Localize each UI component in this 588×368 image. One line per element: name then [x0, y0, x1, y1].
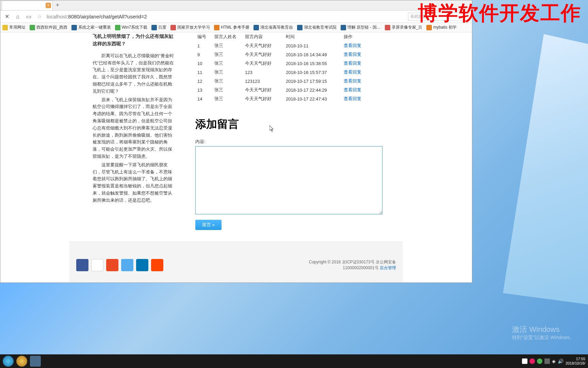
taskbar-app-icon[interactable] [30, 356, 41, 367]
address-bar: ✕ ⌂ ▭ ☆ localhost:8080/airplane/chat/get… [0, 11, 472, 23]
cell-name: 张三 [212, 41, 243, 50]
th-action: 操作 [342, 32, 386, 41]
cell-content: 今天天气好好 [243, 50, 284, 59]
bookmark-item[interactable]: 常用网址 [2, 25, 26, 30]
volume-icon[interactable]: 🔊 [558, 358, 564, 364]
bookmark-item[interactable]: 系统之家一键重装 [71, 25, 111, 30]
tray-icon[interactable] [544, 358, 550, 364]
site-icon [341, 25, 346, 30]
reddit-icon[interactable] [151, 259, 163, 271]
cell-content: 123 [243, 68, 284, 77]
tab-bar: × + [0, 0, 472, 11]
article-paragraph: 这里要提醒一下搭飞机的烟民朋友们，尽管飞机上有这么一手准备，不意味着您就可以跑到… [93, 162, 174, 204]
cell-content: 今天天气好好 [243, 86, 284, 94]
url-input[interactable]: localhost:8080/airplane/chat/getAll?user… [47, 14, 405, 19]
bookmark-item[interactable]: 西西软件园_西西 [30, 25, 67, 30]
browser-tab[interactable]: × [2, 1, 53, 10]
tray-icon[interactable] [537, 358, 542, 364]
tray-icon[interactable] [529, 358, 535, 364]
cell-time: 2018-10-17 17:59:15 [284, 77, 342, 86]
footer-text: Copyright © 2018 京ICP证030173号 京公网安备 1100… [309, 259, 396, 271]
site-icon [385, 25, 390, 30]
footer-num: 11000002000001号 [343, 265, 380, 270]
table-row: 1张三今天天气好好2018-10-11查看回复 [195, 41, 386, 50]
table-row: 12张三1231232018-10-17 17:59:15查看回复 [195, 77, 386, 86]
bookmark-item[interactable]: 理解 原型链 - 国… [341, 25, 381, 30]
system-tray: ◈ 🔊 17:55 2018/10/18/ [522, 357, 585, 366]
cell-id: 9 [195, 50, 212, 59]
cell-name: 张三 [212, 77, 243, 86]
cell-content: 今天天气好好 [243, 59, 284, 68]
bookmark-item[interactable]: 录屏录像专家_百 [385, 25, 423, 30]
view-reply-link[interactable]: 查看回复 [344, 61, 361, 66]
bookmark-item[interactable]: 湖北省高等教育自 [254, 25, 293, 30]
taskbar-app-icon[interactable] [3, 356, 14, 367]
th-name: 留言人姓名 [212, 32, 243, 41]
cell-id: 1 [195, 41, 212, 50]
table-row: 14张三今天天气好好2018-10-17 22:47:43查看回复 [195, 94, 386, 103]
clock-time: 17:55 [566, 357, 585, 361]
facebook-icon[interactable] [76, 259, 88, 271]
stumbleupon-icon[interactable] [106, 259, 118, 271]
bookmark-item[interactable]: 国家开放大学学习 [170, 25, 210, 30]
tray-icon[interactable] [522, 358, 527, 364]
site-icon [71, 25, 77, 30]
home-icon[interactable]: ⌂ [14, 13, 21, 20]
cell-time: 2018-10-16 14:34:49 [284, 50, 342, 59]
view-reply-link[interactable]: 查看回复 [344, 43, 361, 48]
page-footer: Copyright © 2018 京ICP证030173号 京公网安备 1100… [69, 242, 403, 282]
admin-link[interactable]: 后台管理 [380, 265, 396, 270]
reading-icon[interactable]: ▭ [25, 13, 32, 20]
cell-name: 张三 [212, 86, 243, 94]
delicious-icon[interactable] [91, 259, 103, 271]
site-icon [30, 25, 35, 30]
submit-button[interactable]: 留言 » [195, 220, 222, 230]
cell-name: 张三 [212, 94, 243, 103]
view-reply-link[interactable]: 查看回复 [344, 70, 361, 75]
cell-time: 2018-10-16 15:57:37 [284, 68, 342, 77]
cell-id: 13 [195, 86, 212, 94]
cell-content: 今天天气好好 [243, 41, 284, 50]
view-reply-link[interactable]: 查看回复 [344, 87, 361, 92]
cell-id: 10 [195, 59, 212, 68]
clock-date: 2018/10/18/ [566, 361, 585, 366]
content-textarea[interactable] [195, 146, 382, 214]
bookmark-item[interactable]: HTML 参考手册 [214, 25, 249, 30]
message-column: 编号 留言人姓名 留言内容 时间 操作 1张三今天天气好好2018-10-11查… [195, 32, 386, 230]
add-message-heading: 添加留言 [195, 117, 386, 132]
view-reply-link[interactable]: 查看回复 [344, 78, 361, 83]
site-icon [115, 25, 120, 30]
close-icon[interactable]: × [46, 3, 51, 8]
table-row: 10张三今天天气好好2018-10-16 15:38:55查看回复 [195, 59, 386, 68]
cell-name: 张三 [212, 50, 243, 59]
table-row: 13张三今天天气好好2018-10-17 22:44:29查看回复 [195, 86, 386, 94]
cell-time: 2018-10-17 22:47:43 [284, 94, 342, 103]
cell-name: 张三 [212, 59, 243, 68]
bookmark-item[interactable]: Win7系统下载 [115, 25, 147, 30]
taskbar: ◈ 🔊 17:55 2018/10/18/ [0, 354, 588, 368]
cell-content: 今天天气好好 [243, 94, 284, 103]
bookmark-item[interactable]: 湖北省教育考试院 [297, 25, 337, 30]
activate-title: 激活 Windows [512, 324, 574, 335]
close-icon[interactable]: ✕ [3, 13, 11, 20]
wifi-icon[interactable]: ◈ [552, 358, 556, 364]
twitter-icon[interactable] [121, 259, 133, 271]
star-icon[interactable]: ☆ [36, 13, 43, 20]
site-icon [254, 25, 259, 30]
linkedin-icon[interactable] [136, 259, 148, 271]
view-reply-link[interactable]: 查看回复 [344, 96, 361, 101]
article-paragraph: 距离可以在飞机上尽情吸烟的"黄金时代"已经有些年头儿了，但是我们仍然能在飞机上，… [93, 52, 174, 95]
taskbar-clock[interactable]: 17:55 2018/10/18/ [566, 357, 585, 366]
th-id: 编号 [195, 32, 212, 41]
taskbar-app-icon[interactable] [16, 356, 27, 367]
article-column: 飞机上明明禁烟了，为什么还有烟灰缸这样的东西呢？ 距离可以在飞机上尽情吸烟的"黄… [93, 32, 174, 205]
site-icon [170, 25, 176, 30]
th-content: 留言内容 [243, 32, 284, 41]
activate-windows-watermark: 激活 Windows 转到"设置"以激活 Windows。 [512, 324, 574, 341]
site-icon [151, 25, 157, 30]
cell-time: 2018-10-11 [284, 41, 342, 50]
bookmark-item[interactable]: 百度 [151, 25, 166, 30]
cell-id: 14 [195, 94, 212, 103]
view-reply-link[interactable]: 查看回复 [344, 52, 361, 57]
new-tab-button[interactable]: + [53, 2, 62, 9]
